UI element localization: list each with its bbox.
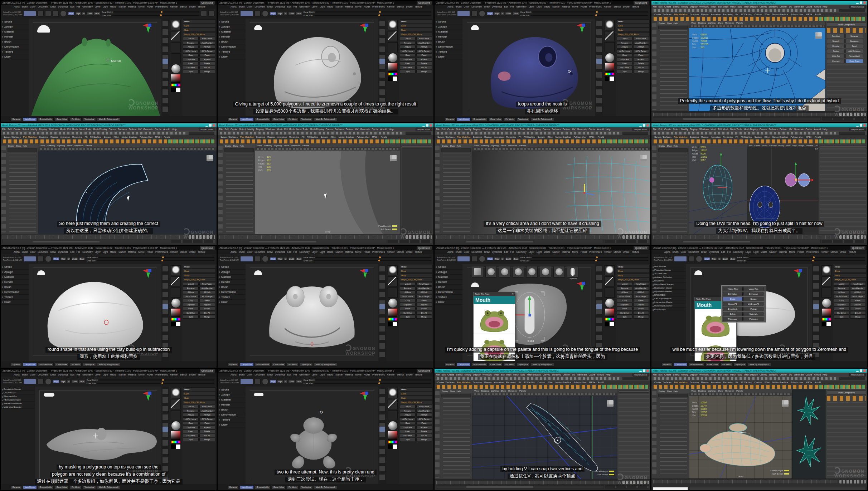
zbrush-menu-item[interactable]: Preferences: [372, 5, 385, 9]
palette-menu-item[interactable]: Render: [1, 34, 29, 39]
maya-menu-item[interactable]: UV: [789, 373, 792, 377]
color-swatches[interactable]: [171, 87, 181, 92]
outliner-menu[interactable]: Show: [667, 144, 672, 148]
palette-menu-item[interactable]: Zplugin: [435, 24, 462, 29]
palette-menu-item[interactable]: Texture: [435, 49, 462, 54]
bottom-toolbar-button[interactable]: Fix Mesh: [287, 117, 298, 121]
zbrush-menu-item[interactable]: Stroke: [189, 5, 196, 9]
draw-button[interactable]: [471, 11, 477, 16]
viewport-menu[interactable]: Renderer: [725, 389, 734, 393]
zplugin-menu-item[interactable]: Multi Map Exporter: [651, 304, 686, 308]
palette-menu-item[interactable]: Material: [1, 275, 29, 280]
paint-mode-toggle[interactable]: Rgb: [277, 12, 283, 15]
tool-palette-button[interactable]: Merge: [199, 70, 215, 73]
plugin-menu-item[interactable]: DynaMesh Master: [1, 387, 35, 391]
outliner-menu[interactable]: Show: [667, 21, 672, 25]
viewport-menu[interactable]: Shading: [264, 144, 272, 147]
viewport-menu[interactable]: Shading: [698, 21, 706, 25]
maya-menu-item[interactable]: Edit: [224, 127, 228, 131]
maya-menu-item[interactable]: Mesh Display: [744, 5, 758, 9]
workspace-selector[interactable]: Maya Classic: [199, 128, 215, 131]
shelf-tab[interactable]: Animation: [494, 135, 504, 139]
outliner-menu[interactable]: Display: [659, 144, 665, 148]
draw-size-slider[interactable]: [97, 260, 214, 261]
maya-menu-item[interactable]: Windows: [483, 127, 492, 131]
uv-menu-item[interactable]: Image: [798, 144, 804, 147]
shelf-tab[interactable]: Motion Graphics: [772, 135, 788, 139]
maya-menu-item[interactable]: Cache: [372, 127, 378, 131]
view-cube[interactable]: [782, 400, 789, 407]
paint-mode-toggle[interactable]: Zadd: [505, 257, 512, 261]
maya-menu-item[interactable]: Cache: [805, 373, 812, 377]
paint-mode-toggle[interactable]: Rgb: [494, 12, 500, 15]
bottom-toolbar-button[interactable]: Fix Mesh: [70, 485, 81, 489]
brush-shelf[interactable]: [169, 19, 182, 116]
palette-menu-item[interactable]: Brush: [218, 285, 246, 290]
shelf-tab[interactable]: Rendering: [723, 380, 733, 384]
draw-button[interactable]: [254, 11, 261, 16]
shelf-tab[interactable]: FX: [85, 135, 88, 139]
bottom-toolbar-button[interactable]: Topological: [733, 363, 747, 367]
maya-menu-item[interactable]: Edit Mesh: [501, 127, 511, 131]
zbrush-menu-item[interactable]: Picker: [147, 5, 153, 9]
maya-menu-item[interactable]: Surfaces: [768, 127, 778, 131]
paint-mode-toggle[interactable]: Zadd: [505, 12, 512, 15]
tool-palette-button[interactable]: Paste: [416, 299, 432, 302]
uv-menu-item[interactable]: Edit: [749, 144, 752, 147]
tool-palette-button[interactable]: All To Home: [617, 49, 632, 53]
viewport-menu[interactable]: Shading: [481, 389, 489, 393]
material-thumbnail[interactable]: [605, 299, 614, 308]
subtool-row[interactable]: Body: [400, 28, 433, 32]
tool-palette-button[interactable]: New Folder: [416, 37, 432, 40]
maya-menu-item[interactable]: Generate: [360, 127, 370, 131]
palette-menu-item[interactable]: Deformation: [218, 44, 246, 49]
status-line[interactable]: [218, 131, 433, 135]
zbrush-menubar[interactable]: AlphaBrushColorDocumentDrawDynamicsEditF…: [1, 373, 217, 377]
current-brush-thumbnail[interactable]: [171, 20, 181, 30]
zbrush-menu-item[interactable]: Geometry: [82, 250, 93, 254]
viewport[interactable]: ViewShadingLightingShowRendererPanels Ve…: [255, 144, 400, 234]
zbrush-top-toolbar[interactable]: ActivePoints 162,115TotalPoints 2.912 MM…: [218, 377, 433, 387]
zbrush-menu-item[interactable]: Stroke: [406, 250, 413, 254]
popup-button[interactable]: Divide: [723, 297, 743, 301]
alpha-thumbnail[interactable]: [171, 288, 181, 298]
bottom-toolbar-button[interactable]: Topological: [83, 117, 96, 121]
maya-menu-item[interactable]: Select: [673, 5, 679, 9]
zbrush-top-toolbar[interactable]: ActivePoints 162,115TotalPoints 2.912 MM…: [218, 9, 433, 19]
bottom-toolbar-button[interactable]: Dynamic: [11, 117, 22, 121]
view-cube[interactable]: [640, 155, 647, 161]
tool-palette-button[interactable]: Insert: [400, 307, 416, 310]
paint-mode-toggle[interactable]: Mrgb: [53, 257, 60, 261]
maya-menu-item[interactable]: Surfaces: [552, 127, 561, 131]
quicksave-button[interactable]: QuickSave: [200, 369, 215, 373]
tool-palette-button[interactable]: Paste: [416, 421, 432, 425]
tool-palette-button[interactable]: All To Target: [416, 417, 432, 421]
outliner-menu[interactable]: Help: [674, 21, 678, 25]
zbrush-menubar[interactable]: AlphaBrushColorDocumentDrawDynamicsEditF…: [1, 250, 217, 254]
zbrush-menu-item[interactable]: Light: [753, 250, 758, 254]
maya-menu-item[interactable]: Mesh: [711, 373, 716, 377]
outliner-menu[interactable]: Help: [457, 389, 461, 393]
maya-menu-item[interactable]: Arnold: [380, 127, 387, 131]
zbrush-menu-item[interactable]: Material: [562, 250, 570, 254]
paint-mode-toggle[interactable]: Zsub: [94, 12, 100, 15]
tool-palette-button[interactable]: Split: [617, 315, 632, 319]
lightbox-button[interactable]: [674, 256, 687, 262]
zbrush-menu-item[interactable]: Light: [103, 5, 108, 9]
palette-menu-item[interactable]: Draw: [1, 54, 29, 59]
palette-menu-item[interactable]: Stroke: [435, 265, 462, 270]
quicksave-button[interactable]: QuickSave: [417, 369, 432, 373]
uv-menu-item[interactable]: UV Sets: [815, 144, 819, 147]
zbrush-menu-item[interactable]: File: [510, 5, 514, 9]
zbrush-menu-item[interactable]: Document: [254, 5, 265, 9]
zbrush-menu-item[interactable]: Draw: [484, 5, 490, 9]
tool-palette-button[interactable]: Split: [400, 70, 416, 73]
zbrush-menu-item[interactable]: Dynamics: [275, 5, 285, 9]
zbrush-menu-item[interactable]: Geometry: [516, 250, 527, 254]
zbrush-menu-item[interactable]: Texture: [632, 250, 639, 254]
shelf-tab[interactable]: Polygon User: [574, 380, 587, 384]
rail-icons[interactable]: [163, 21, 168, 114]
bottom-toolbar-button[interactable]: Fix Mesh: [504, 117, 515, 121]
zbrush-menu-item[interactable]: Material: [345, 5, 353, 9]
viewport-menu[interactable]: Show: [501, 389, 506, 393]
